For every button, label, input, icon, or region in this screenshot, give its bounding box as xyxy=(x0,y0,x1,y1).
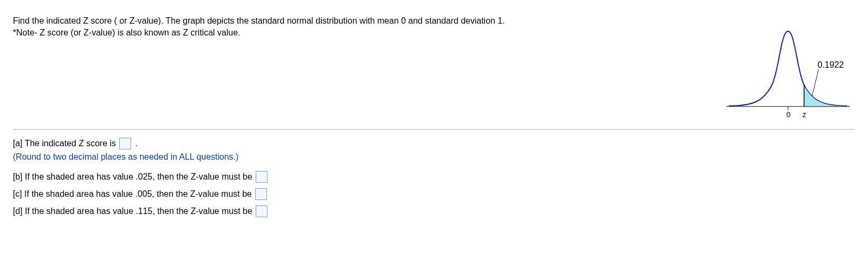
question-a-row: [a] The indicated Z score is . xyxy=(13,137,855,150)
question-b-row: [b] If the shaded area has value .025, t… xyxy=(13,170,855,183)
label-leader-line xyxy=(812,69,819,96)
question-a-post: . xyxy=(135,137,138,150)
question-b-text: [b] If the shaded area has value .025, t… xyxy=(13,170,252,183)
question-d-text: [d] If the shaded area has value .115, t… xyxy=(13,205,252,218)
normal-distribution-svg: 0 z 0.1922 xyxy=(721,15,855,123)
axis-zero-label: 0 xyxy=(786,110,791,119)
answer-d-input[interactable] xyxy=(256,205,267,217)
rounding-note: (Round to two decimal places as needed i… xyxy=(13,152,855,162)
answer-a-input[interactable] xyxy=(119,138,131,149)
normal-curve-graph: 0 z 0.1922 xyxy=(721,15,855,123)
axis-z-label: z xyxy=(802,110,806,119)
question-a-pre: [a] The indicated Z score is xyxy=(13,137,116,150)
prompt-line-2: *Note- Z score (or Z-value) is also know… xyxy=(13,27,604,39)
answer-b-input[interactable] xyxy=(256,171,267,183)
prompt-line-1: Find the indicated Z score ( or Z-value)… xyxy=(13,15,604,27)
prompt-text: Find the indicated Z score ( or Z-value)… xyxy=(13,15,604,38)
question-d-row: [d] If the shaded area has value .115, t… xyxy=(13,205,855,218)
question-header-row: Find the indicated Z score ( or Z-value)… xyxy=(13,15,855,130)
answer-c-input[interactable] xyxy=(255,188,267,200)
question-c-row: [c] If the shaded area has value .005, t… xyxy=(13,188,855,201)
question-c-text: [c] If the shaded area has value .005, t… xyxy=(13,188,252,201)
area-value-label: 0.1922 xyxy=(818,60,844,69)
